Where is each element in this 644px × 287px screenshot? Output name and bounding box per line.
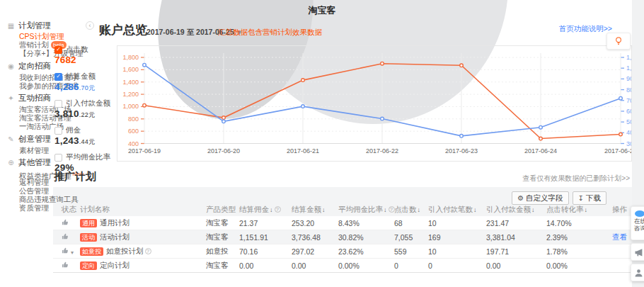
svg-text:2017-06-24: 2017-06-24	[524, 147, 557, 154]
metric-checkbox[interactable]	[54, 154, 62, 162]
download-button[interactable]: ↧下载	[573, 191, 606, 205]
plan-status[interactable]	[62, 218, 80, 227]
plans-table-header: ⚙自定义字段 ↧下载 状态计划名称产品类型结算佣金↓?结算金额↓平均佣金比率↓?…	[53, 187, 632, 216]
metric-checkbox[interactable]: ✓	[54, 73, 62, 81]
chevron-down-icon[interactable]: ▾	[71, 249, 74, 256]
app-title: 淘宝客	[276, 4, 368, 17]
svg-text:2017-06-19: 2017-06-19	[128, 147, 161, 154]
cell-pay_amount: 3,381.04	[486, 233, 546, 242]
column-header[interactable]: 点击数↓	[394, 205, 428, 215]
cell-amount: 0.00	[292, 261, 338, 270]
info-icon[interactable]: ?	[145, 248, 151, 254]
column-header[interactable]: 引入付款笔数↓	[428, 205, 486, 215]
sidebar-item[interactable]: CPS计划管理	[7, 33, 96, 40]
homepage-help-link[interactable]: 首页功能说明>>	[559, 24, 612, 34]
overview-chart-panel: 1,8001,6001,4001,2001,0008006004001,1001…	[117, 45, 632, 162]
customize-fields-button[interactable]: ⚙自定义字段	[512, 191, 568, 205]
thumb-up-icon	[62, 232, 69, 240]
cell-type: 淘宝客	[206, 261, 239, 271]
plan-status[interactable]: ▾	[62, 247, 80, 256]
sort-down-icon[interactable]: ↓	[473, 206, 477, 213]
svg-text:1,400: 1,400	[122, 79, 139, 86]
svg-text:2017-06-25: 2017-06-25	[604, 147, 631, 154]
column-header[interactable]: 结算金额↓	[292, 205, 338, 215]
sort-down-icon[interactable]: ↓	[270, 206, 273, 213]
table-column-headers: 状态计划名称产品类型结算佣金↓?结算金额↓平均佣金比率↓?点击数↓引入付款笔数↓…	[53, 205, 632, 215]
assistant-widget[interactable]	[631, 264, 644, 281]
sidebar-section-label: 其他管理	[18, 157, 51, 168]
cell-type: 淘宝客	[206, 232, 239, 242]
sort-down-icon[interactable]: ↓	[531, 206, 535, 213]
plan-name: 通用通用计划	[80, 218, 206, 228]
page-title: 账户总览	[99, 22, 147, 38]
sidebar-section-label: 互动招商	[18, 93, 51, 103]
metric-checkbox[interactable]	[54, 100, 62, 108]
svg-text:1,000: 1,000	[122, 103, 139, 110]
plan-status[interactable]	[62, 261, 80, 270]
plan-type-badge: 如意投	[80, 247, 103, 256]
sort-down-icon[interactable]: ↓	[384, 206, 387, 213]
tip-button[interactable]	[606, 33, 631, 50]
deleted-plans-link[interactable]: 查看仅有效果数据的已删除计划>>	[453, 174, 630, 184]
svg-text:1,000: 1,000	[626, 64, 631, 72]
thumb-up-icon	[62, 218, 69, 226]
metric-item: 引入付款金额 3,810.22元	[54, 99, 115, 120]
sort-down-icon[interactable]: ↓	[418, 206, 421, 213]
sort-down-icon[interactable]: ↓	[585, 206, 588, 213]
cell-cvr: 1.78%	[546, 247, 612, 256]
plus-circle-icon: ⊕	[7, 159, 15, 167]
sort-down-icon[interactable]: ↓	[322, 206, 326, 213]
metric-value: 3,810.22元	[54, 108, 115, 120]
pin-icon: ◉	[7, 62, 15, 70]
download-icon: ↧	[578, 194, 584, 202]
cell-clicks: 0	[394, 261, 428, 270]
metric-checkbox[interactable]: ✓	[54, 46, 62, 54]
metric-label: 结算金额	[66, 72, 96, 81]
lightbulb-icon	[613, 35, 624, 47]
sidebar-section-title[interactable]: ▦ 计划管理 ‹	[7, 21, 96, 30]
svg-text:500: 500	[626, 118, 631, 125]
sidebar-item[interactable]: 公告管理	[7, 187, 96, 195]
overview-chart: 1,8001,6001,4001,2001,0008006004001,1001…	[117, 46, 631, 161]
cell-cvr: 0.00%	[546, 261, 612, 270]
online-chat-widget[interactable]: 在线咨询	[631, 206, 644, 240]
sidebar-item[interactable]: 资质管理	[7, 204, 96, 212]
cell-orders: 0	[428, 261, 486, 270]
column-header[interactable]: 引入付款金额↓	[486, 205, 546, 215]
plan-name-text: 如意投计划	[106, 247, 144, 255]
metric-label: 佣金	[66, 125, 81, 135]
svg-text:400: 400	[128, 140, 139, 147]
customize-fields-label: 自定义字段	[526, 193, 563, 203]
sidebar-section-label: 定向招商	[18, 61, 51, 72]
column-header[interactable]: 平均佣金比率↓?	[338, 205, 394, 215]
column-header[interactable]: 点击转化率↓	[546, 205, 612, 215]
svg-text:2017-06-21: 2017-06-21	[287, 147, 319, 154]
announcement-widget[interactable]	[631, 243, 644, 261]
cell-cvr: 2.39%	[546, 233, 612, 242]
gear-icon: ⚙	[517, 194, 524, 202]
collapse-icon[interactable]: ‹	[86, 21, 94, 30]
metric-checkbox[interactable]	[54, 127, 62, 135]
plan-type-badge: 活动	[80, 233, 97, 242]
cell-rate: 0.00%	[338, 261, 394, 270]
cell-rate: 23.62%	[338, 247, 394, 256]
view-link[interactable]: 查看	[612, 232, 627, 241]
metric-value: 4,286.70元	[54, 81, 115, 93]
download-label: 下载	[586, 193, 601, 203]
svg-text:1,100: 1,100	[626, 54, 631, 61]
cell-cvr: 14.70%	[546, 219, 612, 227]
plan-status[interactable]	[62, 232, 80, 242]
plan-name-text: 定向计划	[100, 261, 130, 269]
metric-value: 1,243.44元	[54, 135, 115, 147]
svg-text:2017-06-23: 2017-06-23	[445, 147, 478, 154]
megaphone-icon	[634, 248, 643, 257]
column-header[interactable]: 结算佣金↓?	[239, 205, 292, 215]
cell-orders: 169	[428, 233, 486, 242]
info-icon[interactable]: ?	[275, 206, 281, 213]
metric-label: 平均佣金比率	[66, 152, 110, 162]
cell-clicks: 559	[394, 247, 428, 256]
megaphone-icon: ✦	[7, 94, 15, 102]
sidebar-item[interactable]: 商品违规查询工具	[7, 196, 96, 203]
svg-text:800: 800	[626, 86, 631, 94]
thumb-up-icon	[62, 247, 69, 254]
